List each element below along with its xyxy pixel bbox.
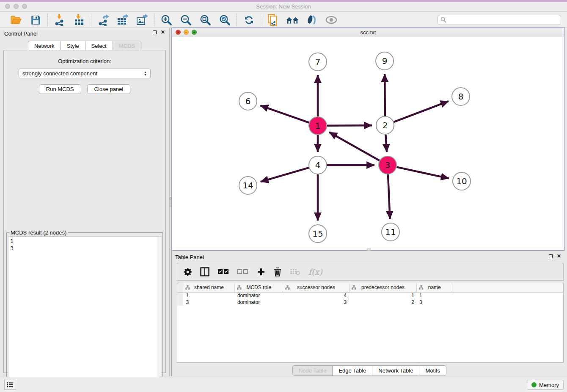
node-7[interactable]: 7	[309, 53, 327, 71]
svg-text:8: 8	[458, 91, 464, 102]
node-11[interactable]: 11	[382, 223, 399, 241]
column-header-successor-nodes[interactable]: successor nodes	[283, 283, 350, 292]
delete-icon[interactable]	[274, 268, 281, 276]
cell-name[interactable]: 1	[417, 292, 452, 299]
svg-text:7: 7	[315, 57, 321, 67]
node-2[interactable]: 2	[376, 116, 394, 134]
node-10[interactable]: 10	[453, 172, 471, 190]
cell-predecessor-nodes[interactable]: 1	[349, 292, 417, 299]
delete-table-icon[interactable]	[290, 268, 300, 275]
table-row[interactable]: 3dominator323	[177, 299, 563, 306]
node-6[interactable]: 6	[239, 92, 257, 110]
optimization-criterion-select[interactable]: strongly connected component ▲▼	[19, 69, 151, 78]
edge-2-3[interactable]	[385, 135, 387, 152]
export-table-icon[interactable]	[116, 14, 129, 26]
float-table-panel-icon[interactable]	[549, 254, 553, 258]
edge-3-1[interactable]	[329, 132, 380, 160]
mcds-result-text[interactable]: 1 3	[8, 236, 161, 391]
column-sort-icon	[419, 285, 424, 290]
toggle-columns-icon[interactable]	[200, 267, 209, 276]
edge-3-11[interactable]	[388, 174, 390, 219]
tab-motifs[interactable]: Motifs	[419, 365, 446, 376]
node-8[interactable]: 8	[452, 88, 470, 105]
svg-text:9: 9	[382, 56, 388, 66]
column-header-name[interactable]: name	[417, 283, 452, 292]
table-panel-title: Table Panel	[175, 254, 204, 260]
svg-text:14: 14	[242, 180, 253, 190]
column-sort-icon	[185, 285, 190, 290]
table-settings-icon[interactable]	[183, 268, 192, 276]
cell-MCDS-role[interactable]: dominator	[235, 292, 283, 299]
search-input[interactable]	[448, 17, 558, 23]
node-3[interactable]: 3	[379, 156, 396, 174]
search-area	[438, 15, 561, 25]
splitter-grip[interactable]	[170, 197, 171, 207]
duplicate-network-icon[interactable]	[267, 14, 279, 26]
cell-predecessor-nodes[interactable]: 2	[349, 299, 417, 306]
save-session-icon[interactable]	[29, 14, 42, 26]
table-row[interactable]: 1dominator411	[177, 292, 563, 299]
cell-shared-name[interactable]: 1	[183, 292, 235, 299]
refresh-icon[interactable]	[242, 14, 255, 26]
cell-name[interactable]: 3	[417, 299, 452, 306]
open-session-icon[interactable]	[10, 14, 22, 26]
zoom-fit-icon[interactable]	[199, 14, 212, 26]
network-resize-handle[interactable]	[367, 248, 371, 251]
node-14[interactable]: 14	[239, 177, 257, 194]
cell-MCDS-role[interactable]: dominator	[235, 299, 283, 306]
column-sort-icon	[285, 285, 290, 290]
export-image-icon[interactable]	[136, 14, 149, 26]
run-mcds-button[interactable]: Run MCDS	[39, 84, 81, 94]
node-15[interactable]: 15	[309, 225, 327, 243]
control-panel: Control Panel ✕ NetworkStyleSelectMCDS O…	[0, 28, 169, 376]
application-window: Session: New Session	[0, 0, 567, 392]
cell-filler	[452, 299, 563, 306]
edge-3-10[interactable]	[396, 167, 449, 179]
close-table-panel-icon[interactable]: ✕	[557, 254, 561, 258]
tab-network-table[interactable]: Network Table	[372, 365, 419, 376]
tab-node-table[interactable]: Node Table	[292, 365, 333, 376]
edge-1-6[interactable]	[260, 105, 309, 122]
import-table-icon[interactable]	[73, 14, 85, 26]
hide-icon[interactable]	[325, 14, 338, 26]
memory-button[interactable]: Memory	[527, 380, 564, 390]
edge-4-14[interactable]	[261, 168, 309, 182]
close-panel-icon[interactable]: ✕	[161, 30, 165, 34]
edge-2-9[interactable]	[385, 74, 385, 116]
layout-icon[interactable]	[286, 14, 299, 26]
node-1[interactable]: 1	[309, 117, 327, 135]
cell-successor-nodes[interactable]: 4	[283, 292, 350, 299]
deselect-all-icon[interactable]	[237, 269, 248, 274]
tab-edge-table[interactable]: Edge Table	[332, 365, 372, 376]
style-marker-icon[interactable]	[306, 14, 318, 26]
edge-2-8[interactable]	[394, 101, 449, 122]
cell-shared-name[interactable]: 3	[183, 299, 235, 306]
network-window-title: scc.txt	[172, 29, 564, 36]
task-history-button[interactable]	[4, 380, 16, 390]
zoom-selected-icon[interactable]	[218, 14, 231, 26]
column-header-predecessor-nodes[interactable]: predecessor nodes	[349, 283, 417, 292]
zoom-in-icon[interactable]	[160, 14, 173, 26]
network-window-titlebar[interactable]: ✕ − + scc.txt	[172, 28, 564, 37]
main-toolbar	[0, 12, 567, 28]
node-9[interactable]: 9	[376, 52, 394, 70]
function-builder-icon[interactable]: f(x)	[308, 267, 322, 276]
node-table[interactable]: shared nameMCDS rolesuccessor nodesprede…	[177, 283, 564, 363]
column-header-shared-name[interactable]: shared name	[183, 283, 235, 292]
column-header-MCDS-role[interactable]: MCDS role	[235, 283, 283, 292]
select-all-icon[interactable]	[218, 269, 229, 274]
add-row-icon[interactable]	[257, 268, 265, 276]
node-4[interactable]: 4	[309, 156, 327, 174]
edge-1-2[interactable]	[327, 125, 372, 126]
mcds-result-scrollbar[interactable]	[157, 237, 161, 390]
close-panel-button[interactable]: Close panel	[87, 84, 131, 94]
import-network-icon[interactable]	[53, 14, 66, 26]
cell-successor-nodes[interactable]: 3	[283, 299, 350, 306]
svg-text:3: 3	[385, 160, 391, 170]
export-network-icon[interactable]	[97, 14, 110, 26]
search-box[interactable]	[438, 15, 561, 25]
network-canvas[interactable]: 7968124314101511	[172, 37, 564, 250]
float-panel-icon[interactable]	[153, 30, 157, 34]
optimization-criterion-label: Optimization criterion:	[4, 58, 165, 64]
zoom-out-icon[interactable]	[179, 14, 192, 26]
